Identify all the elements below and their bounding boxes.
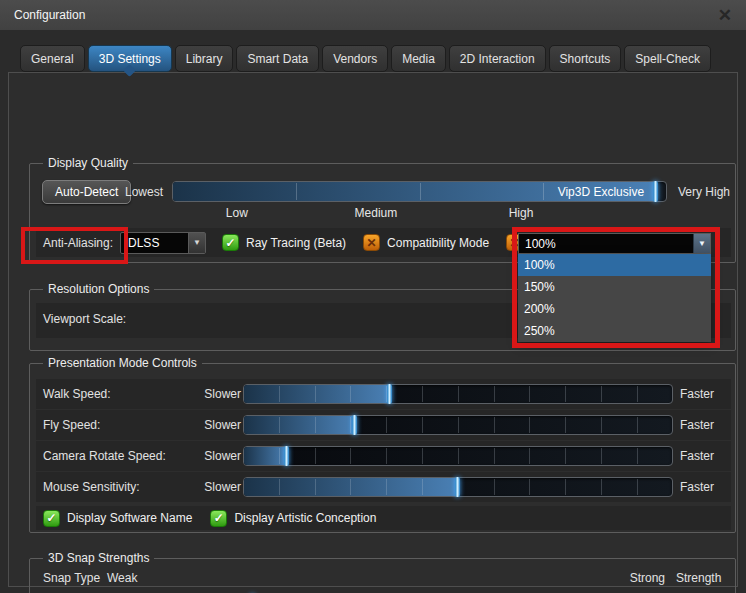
tab[interactable]: General	[20, 45, 85, 72]
slider-row: Camera Rotate Speed: Slower Faster	[36, 441, 731, 471]
slider-tick	[543, 183, 544, 200]
viewport-scale-label: Viewport Scale:	[43, 312, 126, 326]
tab[interactable]: 3D Settings	[88, 45, 172, 72]
checkbox-icon[interactable]: ✓	[222, 234, 239, 251]
strong-header: Strong	[590, 571, 665, 585]
tab[interactable]: Media	[391, 45, 446, 72]
anti-aliasing-label: Anti-Aliasing:	[43, 236, 113, 250]
checkbox-label: Display Software Name	[67, 511, 192, 525]
viewport-scale-option-list: 100% 150% 200% 250%	[518, 254, 711, 342]
slider-row: Mouse Sensitivity: Slower Faster	[36, 472, 731, 502]
checkbox-label: Display Artistic Conception	[234, 511, 376, 525]
group-title: 3D Snap Strengths	[43, 551, 154, 565]
title-bar: Configuration ✕	[0, 0, 746, 30]
slider-label: Walk Speed:	[43, 387, 111, 401]
quality-tick-labels: Low Medium High	[172, 206, 667, 221]
tab[interactable]: Shortcuts	[549, 45, 622, 72]
slider-max-label: Faster	[680, 387, 714, 401]
tab[interactable]: Smart Data	[236, 45, 319, 72]
checkbox-label: Ray Tracing (Beta)	[246, 236, 346, 250]
checkbox-option[interactable]: ✓ Ray Tracing (Beta)	[222, 234, 346, 251]
chevron-down-icon[interactable]: ▼	[693, 234, 710, 253]
tab-label: Shortcuts	[560, 52, 611, 66]
tab-label: Vendors	[333, 52, 377, 66]
quality-max-label: Very High	[678, 185, 730, 199]
quality-value-label: Vip3D Exclusive	[558, 182, 644, 201]
slider-label: Fly Speed:	[43, 418, 100, 432]
tab-label: Spell-Check	[635, 52, 700, 66]
slider-tick	[296, 183, 297, 200]
quality-tick-label: Medium	[355, 206, 398, 220]
strength-header: Strength	[676, 571, 731, 585]
weak-header: Weak	[107, 571, 137, 585]
group-title: Presentation Mode Controls	[43, 356, 202, 370]
slider-ticks	[244, 479, 672, 495]
slider[interactable]	[243, 477, 673, 497]
quality-min-label: Lowest	[125, 185, 163, 199]
tab-label: Smart Data	[247, 52, 308, 66]
quality-tick-label: Low	[226, 206, 248, 220]
viewport-scale-dropdown: 100% ▼ 100% 150% 200% 250%	[518, 233, 711, 342]
checkbox-option[interactable]: ✓ Display Software Name	[43, 510, 192, 527]
group-presentation-controls: Presentation Mode Controls Walk Speed: S…	[29, 363, 736, 533]
close-icon[interactable]: ✕	[718, 7, 732, 24]
quality-tick-label: High	[509, 206, 534, 220]
slider-fill: Vip3D Exclusive	[173, 182, 656, 201]
slider-row: Walk Speed: Slower Faster	[36, 379, 731, 409]
viewport-scale-select[interactable]: 100% ▼	[518, 233, 711, 254]
dropdown-option[interactable]: 200%	[518, 298, 711, 320]
tab[interactable]: Vendors	[322, 45, 388, 72]
slider[interactable]	[243, 415, 673, 435]
tab-label: 3D Settings	[99, 52, 161, 66]
group-title: Resolution Options	[43, 282, 154, 296]
snap-header-row: Snap Type Weak Strong Strength	[30, 571, 737, 586]
presentation-checkboxes: ✓ Display Software Name ✓ Display Artist…	[43, 508, 376, 528]
checkbox-icon[interactable]: ✓	[210, 510, 227, 527]
slider-ticks	[244, 448, 672, 464]
anti-aliasing-row: Anti-Aliasing: DLSS ▼ ✓ Ray Tracing (Bet…	[43, 230, 587, 255]
slider-min-label: Slower	[186, 480, 241, 494]
slider-max-label: Faster	[680, 418, 714, 432]
tab-bar: General 3D Settings Library Smart Data V…	[20, 45, 711, 72]
slider-max-label: Faster	[680, 480, 714, 494]
slider-label: Mouse Sensitivity:	[43, 480, 140, 494]
tab-label: 2D Interaction	[460, 52, 535, 66]
slider-min-label: Slower	[186, 387, 241, 401]
viewport-scale-value: 100%	[519, 234, 693, 253]
slider-handle[interactable]	[653, 181, 658, 202]
anti-aliasing-select[interactable]: DLSS ▼	[120, 232, 206, 254]
tab-label: Media	[402, 52, 435, 66]
tab-label: Library	[186, 52, 223, 66]
chevron-down-icon[interactable]: ▼	[188, 233, 205, 253]
display-quality-slider[interactable]: Vip3D Exclusive	[172, 181, 667, 202]
slider-ticks	[244, 417, 672, 433]
checkbox-option[interactable]: ✓ Display Artistic Conception	[210, 510, 376, 527]
slider-tick	[420, 183, 421, 200]
checkbox-option[interactable]: ✕ Compatibility Mode	[363, 234, 489, 251]
slider-ticks	[244, 386, 672, 402]
tab-label: General	[31, 52, 74, 66]
configuration-dialog: Configuration ✕ General 3D Settings Libr…	[0, 0, 746, 593]
slider-row: Fly Speed: Slower Faster	[36, 410, 731, 440]
snap-type-header: Snap Type	[43, 571, 100, 585]
dropdown-option[interactable]: 100%	[518, 254, 711, 276]
dropdown-option[interactable]: 250%	[518, 320, 711, 342]
slider[interactable]	[243, 446, 673, 466]
checkbox-label: Compatibility Mode	[387, 236, 489, 250]
slider-max-label: Faster	[680, 449, 714, 463]
tab[interactable]: Library	[175, 45, 234, 72]
group-title: Display Quality	[43, 156, 133, 170]
anti-aliasing-value: DLSS	[121, 233, 188, 253]
tab[interactable]: 2D Interaction	[449, 45, 546, 72]
slider[interactable]	[243, 384, 673, 404]
slider-label: Camera Rotate Speed:	[43, 449, 166, 463]
slider-min-label: Slower	[186, 418, 241, 432]
auto-detect-button[interactable]: Auto-Detect	[42, 180, 131, 204]
slider-min-label: Slower	[186, 449, 241, 463]
checkbox-icon[interactable]: ✓	[43, 510, 60, 527]
group-3d-snap-strengths: 3D Snap Strengths Snap Type Weak Strong …	[29, 558, 736, 593]
window-title: Configuration	[14, 8, 85, 22]
dropdown-option[interactable]: 150%	[518, 276, 711, 298]
tab[interactable]: Spell-Check	[624, 45, 711, 72]
checkbox-icon[interactable]: ✕	[363, 234, 380, 251]
